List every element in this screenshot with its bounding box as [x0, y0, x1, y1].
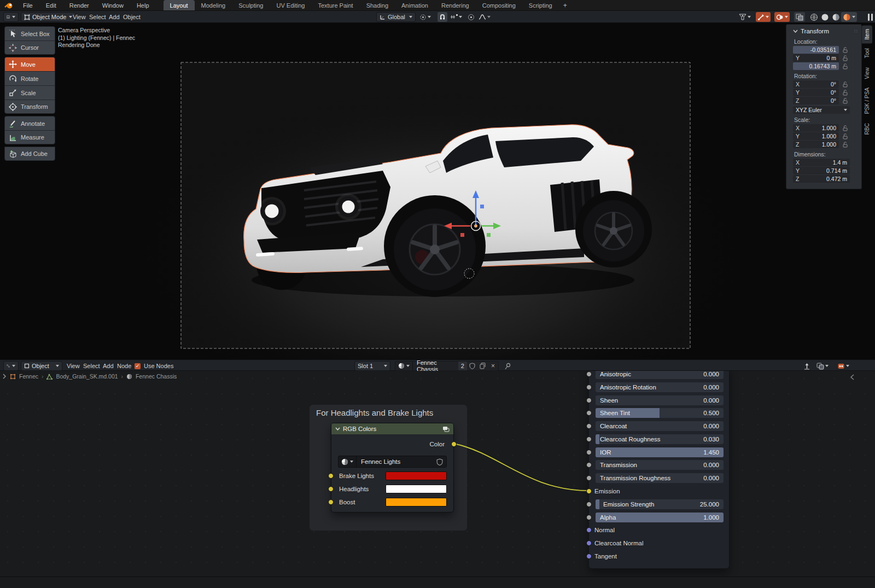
region-toggle-icon[interactable] — [850, 374, 855, 380]
collapsed-menus-icon[interactable] — [866, 12, 874, 22]
node-editor-canvas[interactable]: Fennec › Body_Grain_SK.md.001 › Fennec C… — [0, 371, 875, 577]
bsdf-row-anisotropic-rotation[interactable]: Anisotropic Rotation0.000 — [596, 382, 724, 392]
menu-help[interactable]: Help — [130, 0, 156, 10]
editor-type-button[interactable] — [3, 12, 19, 22]
value-input-socket[interactable] — [586, 462, 592, 468]
tab-layout[interactable]: Layout — [164, 0, 195, 10]
location-z-field[interactable]: 0.16743 m — [793, 62, 839, 70]
shader-type-select[interactable]: Object — [21, 361, 62, 371]
shading-rendered-button[interactable] — [841, 12, 857, 22]
menu-edit[interactable]: Edit — [39, 0, 63, 10]
lock-icon[interactable] — [842, 133, 848, 139]
tab-rendering[interactable]: Rendering — [435, 0, 476, 10]
bsdf-row-clearcoat-roughness[interactable]: Clearcoat Roughness0.030 — [596, 434, 724, 444]
color-output-socket[interactable] — [451, 441, 457, 447]
node-header[interactable]: RGB Colors — [331, 423, 453, 434]
value-input-socket[interactable] — [586, 398, 592, 403]
xray-toggle-button[interactable] — [794, 12, 805, 22]
viewport-menu-select[interactable]: Select — [89, 11, 106, 23]
shader-menu-view[interactable]: View — [67, 360, 80, 372]
scale-z-field[interactable]: Z1.000 — [793, 141, 839, 148]
bsdf-row-sheen[interactable]: Sheen0.000 — [596, 395, 724, 405]
editor-overlay-button[interactable] — [836, 361, 851, 371]
value-input-socket[interactable] — [586, 450, 592, 455]
proportional-edit-button[interactable] — [466, 12, 476, 22]
show-gizmo-button[interactable] — [756, 12, 771, 22]
breadcrumb-material[interactable]: Fennec Chassis — [136, 373, 177, 380]
tool-scale[interactable]: Scale — [4, 85, 55, 100]
value-input-socket[interactable] — [586, 515, 592, 520]
breadcrumb-mesh[interactable]: Body_Grain_SK.md.001 — [56, 373, 118, 380]
sidebar-tab-rbc[interactable]: RBC — [862, 119, 872, 138]
rotation-mode-select[interactable]: XYZ Euler — [793, 106, 850, 114]
bsdf-row-ior[interactable]: IOR1.450 — [596, 447, 724, 457]
lock-icon[interactable] — [842, 97, 848, 104]
location-y-field[interactable]: Y0 m — [793, 54, 839, 62]
mode-select[interactable]: Object Mode — [21, 12, 75, 22]
falloff-curve-button[interactable] — [477, 12, 492, 22]
rotation-x-field[interactable]: X0° — [793, 80, 839, 88]
tab-sculpting[interactable]: Sculpting — [232, 0, 270, 10]
value-input-socket[interactable] — [586, 436, 592, 442]
shading-material-button[interactable] — [830, 12, 842, 22]
rotation-y-field[interactable]: Y0° — [793, 89, 839, 96]
menu-file[interactable]: File — [16, 0, 39, 10]
headlights-input-socket[interactable] — [328, 486, 334, 492]
shading-wireframe-button[interactable] — [808, 12, 820, 22]
snapping-button[interactable] — [815, 361, 830, 371]
tool-move[interactable]: Move — [4, 57, 55, 71]
shader-menu-node[interactable]: Node — [117, 360, 131, 372]
menu-window[interactable]: Window — [96, 0, 130, 10]
editor-type-button[interactable] — [3, 361, 19, 371]
fake-user-button[interactable] — [433, 458, 446, 465]
headlights-color-swatch[interactable] — [386, 485, 447, 493]
lock-icon[interactable] — [842, 81, 848, 88]
lock-icon[interactable] — [842, 89, 848, 96]
lock-icon[interactable] — [842, 46, 848, 53]
tool-measure[interactable]: Measure — [4, 130, 55, 144]
location-x-field[interactable]: -0.035161 — [793, 46, 839, 54]
fake-user-button[interactable] — [467, 363, 477, 369]
material-users-button[interactable]: 2 — [458, 362, 467, 370]
add-workspace-button[interactable]: + — [559, 0, 571, 10]
viewport-canvas[interactable]: Camera Perspective (1) Lighting (Fennec)… — [0, 23, 875, 359]
browse-material-button[interactable] — [395, 362, 413, 370]
tab-compositing[interactable]: Compositing — [476, 0, 522, 10]
boost-color-swatch[interactable] — [386, 498, 447, 507]
brake-lights-input-socket[interactable] — [328, 473, 334, 479]
value-input-socket[interactable] — [586, 502, 592, 507]
use-nodes-toggle[interactable]: ✓ Use Nodes — [135, 360, 173, 372]
emission-input-socket[interactable] — [586, 488, 592, 494]
shading-solid-button[interactable] — [819, 12, 831, 22]
node-group-name-field[interactable]: Fennec Lights — [357, 458, 433, 465]
lock-icon[interactable] — [842, 141, 848, 148]
bsdf-row-transmission-roughness[interactable]: Transmission Roughness0.000 — [596, 473, 724, 483]
bsdf-row-anisotropic[interactable]: Anisotropic0.000 — [596, 371, 724, 379]
rgb-colors-node[interactable]: RGB Colors Color Fennec Lights — [331, 423, 454, 513]
shader-menu-select[interactable]: Select — [83, 360, 100, 372]
viewport-menu-object[interactable]: Object — [123, 11, 141, 23]
value-input-socket[interactable] — [586, 423, 592, 429]
tab-shading[interactable]: Shading — [360, 0, 395, 10]
menu-render[interactable]: Render — [63, 0, 96, 10]
tool-rotate[interactable]: Rotate — [4, 71, 55, 85]
tool-annotate[interactable]: Annotate — [4, 116, 55, 130]
bsdf-row-sheen-tint[interactable]: Sheen Tint0.500 — [596, 408, 724, 418]
browse-node-group-button[interactable] — [339, 456, 357, 467]
pivot-point-button[interactable] — [418, 12, 433, 22]
tool-add-cube[interactable]: Add Cube — [4, 147, 55, 161]
unlink-material-button[interactable]: × — [488, 362, 498, 370]
sidebar-tab-psk-psa[interactable]: PSK / PSA — [862, 84, 872, 118]
dimension-z-field[interactable]: Z0.472 m — [793, 175, 850, 183]
value-input-socket[interactable] — [586, 410, 592, 416]
collapse-chevron-icon[interactable] — [793, 30, 798, 33]
bsdf-row-transmission[interactable]: Transmission0.000 — [596, 460, 724, 470]
slot-select[interactable]: Slot 1 — [354, 361, 390, 371]
show-overlays-button[interactable] — [774, 12, 790, 22]
dimension-x-field[interactable]: X1.4 m — [793, 159, 850, 166]
dimension-y-field[interactable]: Y0.714 m — [793, 167, 850, 174]
object-visibility-button[interactable] — [737, 12, 752, 22]
tangent-input-socket[interactable] — [586, 554, 592, 559]
tool-transform[interactable]: Transform — [4, 100, 55, 114]
snap-settings-button[interactable] — [448, 12, 464, 22]
